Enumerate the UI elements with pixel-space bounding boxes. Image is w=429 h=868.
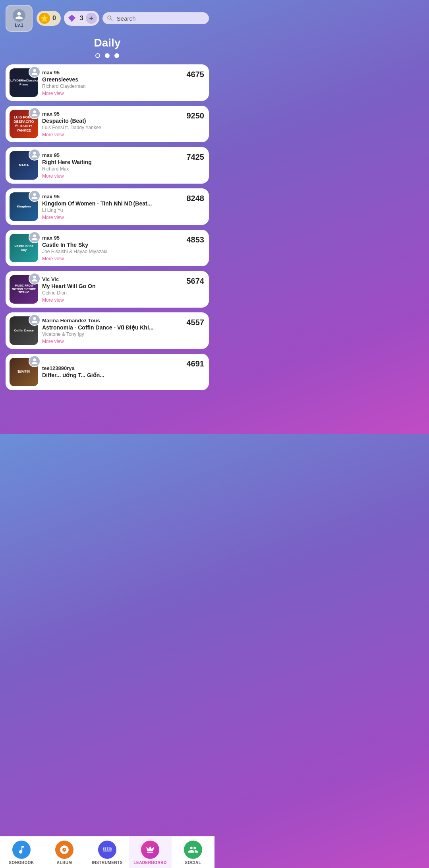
song-title: Despacito (Beat) — [42, 118, 183, 124]
username: Marina Hernandez Tous — [42, 318, 183, 324]
diamond-badge[interactable]: 3 + — [64, 11, 99, 26]
page-title: Daily — [0, 37, 214, 49]
song-artist: Li Ling Yu — [42, 207, 183, 213]
album-art: LUIS FONSIDESPACITOft. DADDY YANKEE — [10, 110, 38, 138]
song-artist: Celine Dion — [42, 290, 183, 296]
song-score: 4691 — [187, 359, 205, 368]
username: Vic Vic — [42, 276, 183, 282]
song-score: 4853 — [187, 235, 205, 244]
header: Lv.1 ⭐ 0 3 + Search — [0, 0, 214, 35]
user-avatar — [29, 190, 41, 202]
table-row[interactable]: CLAYDER\nClassical Piano max 95 Greensle… — [6, 64, 209, 101]
album-art: MUSIC FROMMOTION PICTURETITANIC — [10, 275, 38, 304]
search-button[interactable]: Search — [102, 12, 209, 24]
song-artist: Vicetone & Tony Igy — [42, 331, 183, 337]
song-info: tee123890rya Differ... ướng T... Giốn... — [42, 365, 183, 379]
song-title: Greensleeves — [42, 76, 183, 83]
user-avatar — [29, 66, 41, 78]
table-row[interactable]: 我的不同 tee123890rya Differ... ướng T... Gi… — [6, 354, 209, 390]
star-badge[interactable]: ⭐ 0 — [37, 11, 61, 26]
table-row[interactable]: LUIS FONSIDESPACITOft. DADDY YANKEE max … — [6, 106, 209, 142]
song-title: Castle In The Sky — [42, 242, 183, 248]
user-avatar — [29, 231, 41, 243]
user-avatar — [29, 273, 41, 285]
song-score: 9250 — [187, 111, 205, 120]
search-icon — [106, 15, 114, 22]
song-score: 8248 — [187, 194, 205, 203]
username: max 95 — [42, 70, 183, 76]
user-avatar — [29, 355, 41, 367]
more-view-link[interactable]: More view — [42, 173, 183, 179]
song-title: Differ... ướng T... Giốn... — [42, 372, 183, 378]
song-score: 5674 — [187, 277, 205, 286]
album-art: CLAYDER\nClassical Piano — [10, 68, 38, 97]
song-info: max 95 Kingdom Of Women - Tình Nhi Nữ (B… — [42, 194, 183, 220]
song-artist: Joe Hisaishi & Hayao Miyazaki — [42, 249, 183, 254]
song-info: Marina Hernandez Tous Astronomia - Coffi… — [42, 318, 183, 344]
header-top-row: ⭐ 0 3 + Search — [37, 11, 209, 26]
song-title: My Heart Will Go On — [42, 283, 183, 289]
page-title-section: Daily — [0, 35, 214, 53]
song-title: Kingdom Of Women - Tình Nhi Nữ (Beat... — [42, 200, 183, 207]
album-art: 我的不同 — [10, 358, 38, 386]
more-view-link[interactable]: More view — [42, 256, 183, 262]
table-row[interactable]: Castle in the Sky max 95 Castle In The S… — [6, 230, 209, 266]
username: max 95 — [42, 152, 183, 158]
more-view-link[interactable]: More view — [42, 339, 183, 344]
song-score: 7425 — [187, 153, 205, 162]
song-list: CLAYDER\nClassical Piano max 95 Greensle… — [0, 64, 214, 390]
album-art: MAMA — [10, 151, 38, 180]
song-info: max 95 Despacito (Beat) Luis Fonsi ft. D… — [42, 111, 183, 138]
dot-2[interactable] — [105, 53, 110, 58]
star-count: 0 — [52, 15, 56, 22]
more-view-link[interactable]: More view — [42, 91, 183, 96]
username: max 95 — [42, 194, 183, 200]
song-artist: Richard Clayderman — [42, 83, 183, 89]
song-title: Astronomia - Coffin Dance - Vũ Điệu Khi.… — [42, 324, 183, 331]
username: max 95 — [42, 235, 183, 241]
table-row[interactable]: MAMA max 95 Right Here Waiting Richard M… — [6, 147, 209, 184]
page-dots — [0, 53, 214, 58]
album-art: Kingdom — [10, 192, 38, 221]
user-avatar — [29, 107, 41, 119]
song-title: Right Here Waiting — [42, 159, 183, 165]
table-row[interactable]: Kingdom max 95 Kingdom Of Women - Tình N… — [6, 188, 209, 225]
table-row[interactable]: MUSIC FROMMOTION PICTURETITANIC Vic Vic … — [6, 271, 209, 308]
table-row[interactable]: Coffin Dance Marina Hernandez Tous Astro… — [6, 312, 209, 349]
add-diamonds-button[interactable]: + — [86, 13, 97, 24]
more-view-link[interactable]: More view — [42, 132, 183, 138]
more-view-link[interactable]: More view — [42, 215, 183, 220]
song-info: Vic Vic My Heart Will Go On Celine Dion … — [42, 276, 183, 303]
diamond-count: 3 — [80, 15, 83, 22]
dot-3[interactable] — [114, 53, 119, 58]
user-icon — [13, 9, 25, 22]
song-info: max 95 Greensleeves Richard Clayderman M… — [42, 70, 183, 96]
header-right: ⭐ 0 3 + Search — [37, 11, 209, 26]
song-info: max 95 Right Here Waiting Richard Max Mo… — [42, 152, 183, 179]
song-artist: Richard Max — [42, 166, 183, 172]
avatar[interactable]: Lv.1 — [6, 5, 33, 32]
search-label: Search — [117, 15, 136, 22]
diamond-icon — [66, 13, 77, 24]
song-info: max 95 Castle In The Sky Joe Hisaishi & … — [42, 235, 183, 262]
level-label: Lv.1 — [15, 23, 23, 27]
dot-1[interactable] — [95, 53, 100, 58]
album-art: Castle in the Sky — [10, 234, 38, 262]
song-score: 4675 — [187, 70, 205, 79]
song-score: 4557 — [187, 318, 205, 327]
album-art: Coffin Dance — [10, 316, 38, 345]
username: tee123890rya — [42, 365, 183, 371]
song-artist: Luis Fonsi ft. Daddy Yankee — [42, 125, 183, 130]
username: max 95 — [42, 111, 183, 117]
more-view-link[interactable]: More view — [42, 297, 183, 303]
user-avatar — [29, 314, 41, 326]
star-icon: ⭐ — [39, 13, 50, 24]
user-avatar — [29, 149, 41, 161]
